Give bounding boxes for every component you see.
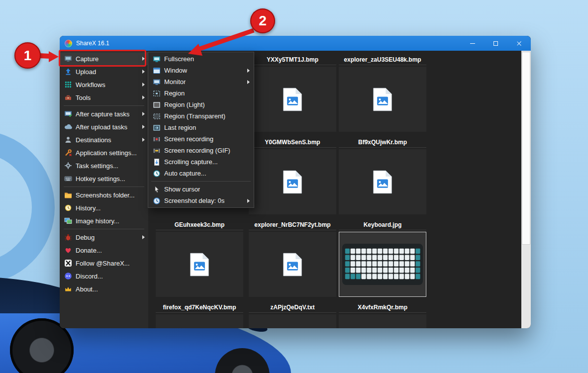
thumbnail-yxxy5tmt1j-bmp[interactable]: YXXy5TMT1J.bmp [249,56,336,132]
thumbnail-y0gmwbsens-bmp[interactable]: Y0GMWbSenS.bmp [249,138,336,214]
menu-item-tools[interactable]: Tools [60,91,148,104]
submenu-item-screen-recording[interactable]: Screen recording [148,133,254,145]
menu-separator [64,105,144,106]
submenu-item-label: Region (Transparent) [164,112,225,120]
submenu-item-label: Region [164,90,185,97]
minimize-icon [470,43,475,44]
menu-item-label: Follow @ShareX... [76,260,130,267]
titlebar[interactable]: ShareX 16.1 [60,36,531,51]
menu-item-upload[interactable]: Upload [60,65,148,78]
menu-item-follow-sharex[interactable]: Follow @ShareX... [60,257,148,270]
annotation-step-2: 2 [250,8,275,33]
submenu-item-window[interactable]: Window [148,65,254,76]
thumbnail-keyboard-jpg[interactable]: Keyboard.jpg [339,221,426,297]
image-file-icon [373,88,392,111]
submenu-item-region[interactable]: Region [148,88,254,99]
sharex-window: ShareX 16.1 CaptureUploadWorkflowsToolsA… [60,36,531,328]
menu-item-label: Workflows [76,81,105,89]
close-button[interactable] [507,36,531,51]
menu-item-destinations[interactable]: Destinations [60,133,148,146]
submenu-item-label: Screenshot delay: 0s [164,197,224,204]
submenu-item-screenshot-delay-0s[interactable]: Screenshot delay: 0s [148,195,254,206]
after-upload-icon [64,123,72,131]
destinations-icon [64,136,72,144]
submenu-item-show-cursor[interactable]: Show cursor [148,184,254,195]
menu-item-donate[interactable]: Donate... [60,244,148,257]
menu-item-image-history[interactable]: Image history... [60,214,148,227]
maximize-button[interactable] [484,36,507,51]
submenu-item-region-light[interactable]: Region (Light) [148,99,254,110]
menu-item-label: Application settings... [76,149,137,157]
thumbnail-zapjzqedqv-txt[interactable]: zAPjzQeDqV.txt [249,303,336,328]
submenu-item-last-region[interactable]: Last region [148,122,254,133]
submenu-item-label: Screen recording (GIF) [164,147,230,154]
hotkey-settings-icon [64,175,72,183]
submenu-item-region-transparent[interactable]: Region (Transparent) [148,110,254,122]
window-title: ShareX 16.1 [76,40,109,47]
capture-icon [64,55,72,63]
thumbnail-filename: firefox_qd7KeNqcKV.bmp [156,303,243,313]
menu-item-debug[interactable]: Debug [60,231,148,244]
image-file-icon [190,253,209,277]
thumbnail-geuhxeek3c-bmp[interactable]: GEuhxeek3c.bmp [156,221,243,297]
upload-icon [64,68,72,76]
submenu-item-monitor[interactable]: Monitor [148,76,254,88]
menu-item-capture[interactable]: Capture [60,52,148,65]
thumbnail-x4vfxrmkqr-bmp[interactable]: X4vfxRmkQr.bmp [339,303,426,328]
keyboard-photo [342,242,423,287]
auto-capture-icon [153,170,161,178]
submenu-arrow-icon [247,69,250,73]
desktop-background: ShareX 16.1 CaptureUploadWorkflowsToolsA… [0,0,588,373]
workflows-icon [64,81,72,89]
submenu-item-label: Show cursor [164,186,200,193]
menu-item-label: About... [76,285,98,293]
submenu-arrow-icon [142,95,145,99]
menu-separator [64,229,144,229]
menu-item-after-capture-tasks[interactable]: After capture tasks [60,107,148,120]
thumbnail-explorer-zau3seu48k-bmp[interactable]: explorer_zaU3SEU48k.bmp [339,56,426,132]
submenu-item-fullscreen[interactable]: Fullscreen [148,53,254,65]
menu-item-label: Screenshots folder... [76,191,135,199]
minimize-button[interactable] [461,36,484,51]
submenu-item-screen-recording-gif[interactable]: Screen recording (GIF) [148,145,254,156]
thumbnail-preview [249,314,336,328]
thumbnail-preview [156,314,243,328]
thumbnail-preview [339,149,426,214]
thumbnail-filename: YXXy5TMT1J.bmp [249,56,336,65]
menu-item-label: Upload [76,68,96,76]
menu-item-screenshots-folder[interactable]: Screenshots folder... [60,188,148,201]
menu-item-label: Hotkey settings... [76,175,125,183]
menu-item-history[interactable]: History... [60,201,148,214]
menu-item-about[interactable]: About... [60,282,148,295]
thumbnail-filename: Bf9xQUjwKr.bmp [339,138,426,148]
history-icon [64,204,72,212]
submenu-arrow-icon [142,112,145,116]
thumbnail-filename: explorer_NrBC7NF2yt.bmp [249,221,336,230]
submenu-item-auto-capture[interactable]: Auto capture... [148,168,254,179]
submenu-item-label: Region (Light) [164,101,205,108]
menu-separator [64,186,144,187]
menu-item-task-settings[interactable]: Task settings... [60,159,148,172]
menu-item-application-settings[interactable]: Application settings... [60,146,148,159]
thumbnail-firefox-qd7kenqckv-bmp[interactable]: firefox_qd7KeNqcKV.bmp [156,303,243,328]
thumbnail-bf9xqujwkr-bmp[interactable]: Bf9xQUjwKr.bmp [339,138,426,214]
menu-item-label: History... [76,204,100,212]
maximize-icon [493,41,498,46]
thumbnail-explorer-nrbc7nf2yt-bmp[interactable]: explorer_NrBC7NF2yt.bmp [249,221,336,297]
menu-item-discord[interactable]: Discord... [60,270,148,282]
menu-item-after-upload-tasks[interactable]: After upload tasks [60,120,148,133]
menu-item-workflows[interactable]: Workflows [60,78,148,91]
wallpaper-ring-decoration [0,130,55,284]
submenu-arrow-icon [142,57,145,61]
image-file-icon [373,170,392,194]
vertical-scrollbar[interactable] [521,51,531,328]
scrollbar-thumb[interactable] [522,52,530,245]
region-light-icon [153,101,161,109]
show-cursor-icon [153,186,161,193]
menu-item-hotkey-settings[interactable]: Hotkey settings... [60,172,148,185]
submenu-separator [151,181,251,182]
window-icon [153,67,161,75]
submenu-item-scrolling-capture[interactable]: Scrolling capture... [148,156,254,168]
task-settings-icon [64,162,72,170]
submenu-item-label: Monitor [164,78,186,86]
